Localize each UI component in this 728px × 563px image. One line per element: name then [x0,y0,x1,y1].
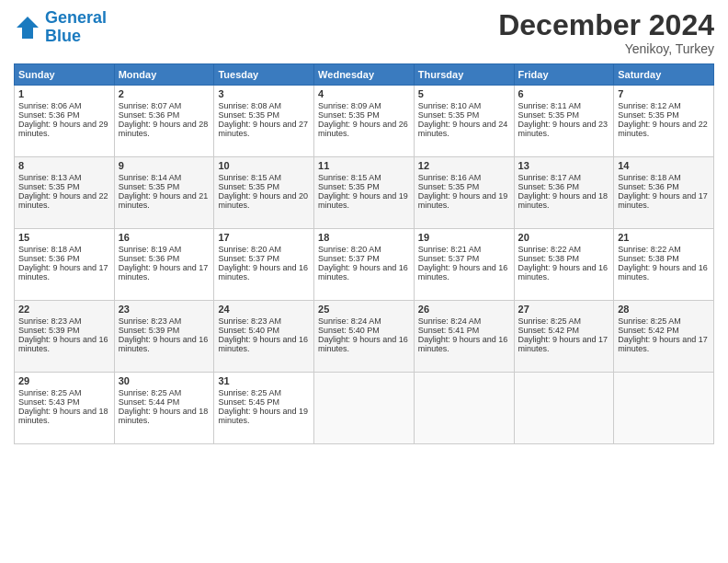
sunrise-text: Sunrise: 8:08 AM [218,101,281,110]
sunset-text: Sunset: 5:42 PM [618,326,679,335]
sunset-text: Sunset: 5:35 PM [318,182,380,191]
calendar-cell: 25Sunrise: 8:24 AMSunset: 5:40 PMDayligh… [314,301,415,373]
day-header: Monday [114,64,214,86]
sunset-text: Sunset: 5:38 PM [618,254,679,263]
calendar-cell: 3Sunrise: 8:08 AMSunset: 5:35 PMDaylight… [214,86,314,157]
calendar-cell [314,373,415,444]
sunrise-text: Sunrise: 8:23 AM [119,316,182,326]
day-header: Thursday [414,64,514,86]
day-number: 7 [618,88,710,99]
calendar-cell: 14Sunrise: 8:18 AMSunset: 5:36 PMDayligh… [614,157,714,229]
logo-icon [14,14,41,41]
calendar-cell: 17Sunrise: 8:20 AMSunset: 5:37 PMDayligh… [214,229,314,301]
calendar-cell: 30Sunrise: 8:25 AMSunset: 5:44 PMDayligh… [114,373,214,444]
sunset-text: Sunset: 5:35 PM [318,110,380,120]
sunrise-text: Sunrise: 8:17 AM [518,173,582,182]
daylight-text: Daylight: 9 hours and 18 minutes. [119,407,209,425]
daylight-text: Daylight: 9 hours and 27 minutes. [218,120,308,138]
logo: General Blue [14,9,107,46]
day-number: 19 [418,232,510,243]
sunrise-text: Sunrise: 8:15 AM [318,173,381,182]
daylight-text: Daylight: 9 hours and 28 minutes. [119,120,209,138]
day-number: 17 [218,232,310,243]
day-number: 3 [218,88,310,99]
sunrise-text: Sunrise: 8:20 AM [218,245,281,254]
daylight-text: Daylight: 9 hours and 16 minutes. [218,263,308,282]
sunrise-text: Sunrise: 8:10 AM [418,101,482,110]
day-number: 23 [119,304,210,315]
sunset-text: Sunset: 5:36 PM [119,110,180,120]
sunrise-text: Sunrise: 8:23 AM [18,316,82,326]
sunrise-text: Sunrise: 8:24 AM [418,316,482,326]
daylight-text: Daylight: 9 hours and 16 minutes. [318,335,408,353]
sunset-text: Sunset: 5:38 PM [518,254,580,263]
logo-text: General Blue [45,9,107,46]
calendar-week-row: 8Sunrise: 8:13 AMSunset: 5:35 PMDaylight… [15,157,714,229]
day-number: 31 [218,375,310,386]
month-title: December 2024 [498,9,714,41]
day-header: Saturday [614,64,714,86]
day-number: 18 [318,232,410,243]
sunrise-text: Sunrise: 8:16 AM [418,173,482,182]
sunrise-text: Sunrise: 8:07 AM [119,101,182,110]
location: Yenikoy, Turkey [498,41,714,56]
day-number: 29 [18,375,110,386]
sunset-text: Sunset: 5:44 PM [119,397,180,407]
day-number: 15 [18,232,110,243]
day-number: 16 [119,232,210,243]
sunrise-text: Sunrise: 8:25 AM [618,316,681,326]
daylight-text: Daylight: 9 hours and 20 minutes. [218,191,308,210]
sunrise-text: Sunrise: 8:11 AM [518,101,582,110]
sunrise-text: Sunrise: 8:19 AM [119,245,182,254]
day-header: Tuesday [214,64,314,86]
sunrise-text: Sunrise: 8:22 AM [518,245,582,254]
day-header: Friday [514,64,614,86]
sunrise-text: Sunrise: 8:18 AM [18,245,82,254]
header: General Blue December 2024 Yenikoy, Turk… [14,9,714,56]
daylight-text: Daylight: 9 hours and 17 minutes. [18,263,108,282]
day-number: 20 [518,232,610,243]
day-number: 27 [518,304,610,315]
daylight-text: Daylight: 9 hours and 19 minutes. [218,407,308,425]
calendar-cell: 27Sunrise: 8:25 AMSunset: 5:42 PMDayligh… [514,301,614,373]
daylight-text: Daylight: 9 hours and 17 minutes. [618,191,708,210]
daylight-text: Daylight: 9 hours and 24 minutes. [418,120,508,138]
calendar-cell: 2Sunrise: 8:07 AMSunset: 5:36 PMDaylight… [114,86,214,157]
sunset-text: Sunset: 5:36 PM [518,182,580,191]
sunrise-text: Sunrise: 8:25 AM [119,388,182,397]
daylight-text: Daylight: 9 hours and 26 minutes. [318,120,408,138]
day-header: Sunday [15,64,115,86]
sunrise-text: Sunrise: 8:13 AM [18,173,82,182]
day-number: 1 [18,88,110,99]
daylight-text: Daylight: 9 hours and 16 minutes. [318,263,408,282]
calendar-cell [414,373,514,444]
sunset-text: Sunset: 5:45 PM [218,397,279,407]
sunset-text: Sunset: 5:39 PM [119,326,180,335]
svg-marker-0 [17,17,39,39]
sunrise-text: Sunrise: 8:25 AM [18,388,82,397]
calendar-cell: 18Sunrise: 8:20 AMSunset: 5:37 PMDayligh… [314,229,415,301]
calendar-cell: 31Sunrise: 8:25 AMSunset: 5:45 PMDayligh… [214,373,314,444]
sunrise-text: Sunrise: 8:12 AM [618,101,681,110]
day-number: 30 [119,375,210,386]
calendar-cell: 12Sunrise: 8:16 AMSunset: 5:35 PMDayligh… [414,157,514,229]
day-number: 26 [418,304,510,315]
day-number: 2 [119,88,210,99]
daylight-text: Daylight: 9 hours and 23 minutes. [518,120,609,138]
sunset-text: Sunset: 5:35 PM [618,110,679,120]
day-number: 22 [18,304,110,315]
daylight-text: Daylight: 9 hours and 16 minutes. [119,335,209,353]
sunset-text: Sunset: 5:35 PM [218,182,279,191]
calendar-cell: 6Sunrise: 8:11 AMSunset: 5:35 PMDaylight… [514,86,614,157]
day-number: 24 [218,304,310,315]
sunset-text: Sunset: 5:35 PM [418,110,480,120]
sunrise-text: Sunrise: 8:22 AM [618,245,681,254]
sunrise-text: Sunrise: 8:23 AM [218,316,281,326]
day-number: 14 [618,160,710,171]
sunset-text: Sunset: 5:43 PM [18,397,80,407]
sunset-text: Sunset: 5:39 PM [18,326,80,335]
calendar-cell: 19Sunrise: 8:21 AMSunset: 5:37 PMDayligh… [414,229,514,301]
calendar-cell: 9Sunrise: 8:14 AMSunset: 5:35 PMDaylight… [114,157,214,229]
sunset-text: Sunset: 5:35 PM [518,110,580,120]
sunset-text: Sunset: 5:35 PM [218,110,279,120]
